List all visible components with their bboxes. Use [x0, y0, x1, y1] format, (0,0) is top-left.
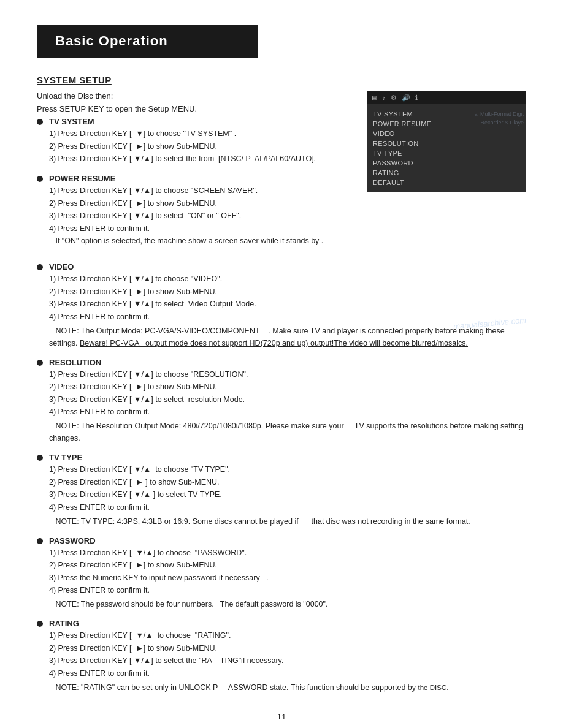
list-item-power-resume: POWER RESUME 1) Press Direction KEY [ ▼/… — [37, 174, 361, 248]
bullet-steps-resolution: 1) Press Direction KEY [ ▼/▲] to choose … — [49, 368, 526, 419]
bullet-steps-password: 1) Press Direction KEY [ ▼/▲] to choose … — [49, 547, 526, 597]
note-rating: NOTE: "RATING" can be set only in UNLOCK… — [49, 681, 526, 694]
page-title-bar: Basic Operation — [37, 25, 258, 58]
bullet-title-tv-system: TV SYSTEM — [49, 117, 361, 126]
bullet-title-password: PASSWORD — [49, 536, 526, 545]
section-heading: SYSTEM SETUP — [37, 75, 526, 85]
bullet-dot — [37, 176, 43, 182]
bullet-list-top: TV SYSTEM 1) Press Direction KEY [ ▼] to… — [37, 117, 361, 248]
menu-item-default: DEFAULT — [373, 178, 520, 188]
page-title: Basic Operation — [55, 33, 168, 48]
bullet-dot — [37, 360, 43, 366]
bullet-dot — [37, 119, 43, 125]
screenshot-topbar: 🖥 ♪ ⚙ 🔊 ℹ — [367, 91, 526, 104]
bullet-dot — [37, 538, 43, 544]
menu-item-power-resume: POWER RESUME — [373, 119, 520, 129]
page-number: 11 — [37, 712, 526, 721]
menu-item-video: VIDEO — [373, 129, 520, 138]
bullet-list-main: VIDEO 1) Press Direction KEY [ ▼/▲] to c… — [37, 262, 526, 694]
intro-line1: Unload the Disc then: — [37, 91, 361, 100]
menu-item-password: PASSWORD — [373, 158, 520, 168]
intro-line2: Press SETUP KEY to open the Setup MENU. — [37, 104, 361, 113]
menu-item-tv-system: TV SYSTEM — [373, 109, 520, 119]
bullet-title-resolution: RESOLUTION — [49, 358, 526, 367]
menu-item-resolution: RESOLUTION — [373, 138, 520, 148]
note-password: NOTE: The password should be four number… — [49, 598, 526, 610]
bullet-title-tv-type: TV TYPE — [49, 453, 526, 462]
note-resolution: NOTE: The Resolution Output Mode: 480i/7… — [49, 420, 526, 444]
screenshot-icon-info: ℹ — [415, 94, 418, 102]
bullet-dot — [37, 264, 43, 270]
screenshot-icon-volume: 🔊 — [402, 94, 410, 102]
list-item-tv-system: TV SYSTEM 1) Press Direction KEY [ ▼] to… — [37, 117, 361, 165]
bullet-dot — [37, 455, 43, 461]
bullet-steps-video: 1) Press Direction KEY [ ▼/▲] to choose … — [49, 273, 526, 324]
screenshot-box: 🖥 ♪ ⚙ 🔊 ℹ TV SYSTEM POWER RESUME VIDEO R… — [367, 91, 526, 192]
note-video-underline: Beware! PC-VGA output mode does not supp… — [80, 339, 468, 347]
bullet-steps-tv-system: 1) Press Direction KEY [ ▼] to choose "T… — [49, 127, 361, 165]
bullet-title-power-resume: POWER RESUME — [49, 174, 361, 183]
list-item-password: PASSWORD 1) Press Direction KEY [ ▼/▲] t… — [37, 536, 526, 611]
bullet-steps-power-resume: 1) Press Direction KEY [ ▼/▲] to choose … — [49, 184, 361, 248]
bullet-title-video: VIDEO — [49, 262, 526, 271]
bullet-title-rating: RATING — [49, 619, 526, 628]
note-tv-type: NOTE: TV TYPE: 4:3PS, 4:3LB or 16:9. Som… — [49, 515, 526, 528]
screenshot-icon-monitor: 🖥 — [370, 94, 377, 102]
bullet-steps-tv-type: 1) Press Direction KEY [ ▼/▲ to choose "… — [49, 463, 526, 514]
bullet-steps-rating: 1) Press Direction KEY [ ▼/▲ to choose "… — [49, 629, 526, 680]
list-item-video: VIDEO 1) Press Direction KEY [ ▼/▲] to c… — [37, 262, 526, 349]
list-item-resolution: RESOLUTION 1) Press Direction KEY [ ▼/▲]… — [37, 358, 526, 445]
screenshot-menu: TV SYSTEM POWER RESUME VIDEO RESOLUTION … — [367, 104, 526, 192]
screenshot-icon-settings: ⚙ — [391, 94, 397, 102]
list-item-tv-type: TV TYPE 1) Press Direction KEY [ ▼/▲ to … — [37, 453, 526, 528]
list-item-rating: RATING 1) Press Direction KEY [ ▼/▲ to c… — [37, 619, 526, 694]
note-video: NOTE: The Output Mode: PC-VGA/S-VIDEO/CO… — [49, 325, 526, 349]
menu-item-tv-type: TV TYPE — [373, 148, 520, 158]
bullet-dot — [37, 621, 43, 627]
menu-item-rating: RATING — [373, 168, 520, 178]
screenshot-icon-music: ♪ — [382, 94, 386, 102]
